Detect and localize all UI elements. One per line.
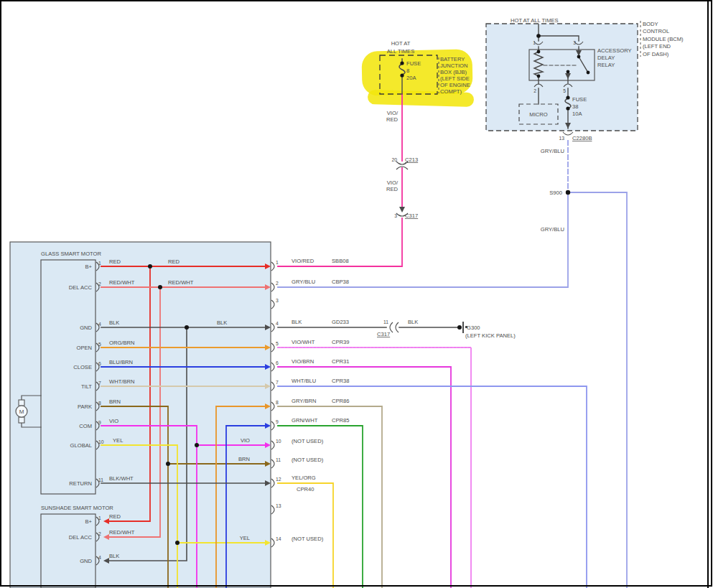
bcm-hot-label: HOT AT ALL TIMES — [511, 17, 559, 24]
inline-c317-label: C317 — [377, 331, 390, 337]
conn-not-used-14: (NOT USED) — [292, 536, 324, 542]
splice-dot-yel — [175, 541, 180, 545]
sunshade-wire-red-wht: RED/WHT — [109, 529, 135, 536]
bjb-label-line2: JUNCTION — [440, 62, 467, 69]
fuse-8-dot-top — [400, 61, 404, 65]
conn-not-used-11: (NOT USED) — [292, 457, 324, 463]
ground-g300-label: G300 — [467, 325, 480, 331]
relay-pin-3: 3 — [573, 40, 576, 45]
bcm-label-line5: OF DASH) — [643, 51, 669, 57]
motor-terminal-top — [19, 400, 24, 406]
glass-wire-blk-2: BLK — [217, 319, 227, 326]
glass-wire-blu-brn: BLU/BRN — [109, 359, 133, 365]
fuse-38-label: FUSE — [572, 96, 587, 103]
bcm-label-line4: (LEFT END — [643, 43, 671, 50]
conn-pin-6: 6 — [276, 360, 279, 365]
conn-pin-8: 8 — [276, 400, 279, 405]
glass-wire-brn: BRN — [109, 398, 121, 405]
glass-pin-name-global: GLOBAL — [70, 442, 92, 449]
conn-pin-4: 4 — [276, 321, 279, 326]
conn-not-used-10: (NOT USED) — [292, 438, 324, 444]
relay-label-line3: RELAY — [597, 62, 615, 68]
bjb-label-line1: BATTERY — [440, 56, 465, 62]
conn-color-9: GRN/WHT — [292, 417, 318, 424]
conn-color-5: VIO/WHT — [292, 339, 315, 345]
c317-label: C317 — [405, 213, 418, 219]
conn-pin-11: 11 — [276, 457, 281, 462]
conn-code-6: CPR31 — [332, 358, 349, 365]
conn-pin-3: 3 — [276, 298, 279, 303]
glass-pin-num-7: 7 — [98, 381, 101, 386]
conn-color-7: WHT/BLU — [292, 378, 316, 384]
fuse-38-amps: 10A — [572, 111, 582, 117]
conn-pin-13: 13 — [276, 503, 281, 508]
ground-g300-dot — [457, 325, 462, 330]
conn-pin-2: 2 — [276, 281, 279, 286]
glass-pin-name-park: PARK — [78, 403, 92, 410]
glass-wire-org-brn: ORG/BRN — [109, 340, 134, 346]
splice-dot-brn — [166, 462, 170, 466]
conn-color-6: VIO/BRN — [292, 358, 314, 365]
glass-pin-name-return: RETURN — [69, 480, 92, 487]
splice-s900 — [566, 190, 570, 195]
glass-pin-name-tilt: TILT — [81, 383, 92, 390]
bjb-label-line5: OF ENGINE — [440, 82, 470, 88]
glass-wire-red-2: RED — [168, 258, 180, 265]
glass-wire-red-wht-2: RED/WHT — [168, 279, 194, 286]
conn-pin-9: 9 — [276, 419, 279, 424]
bcm-label-line3: MODULE (BCM) — [643, 36, 684, 42]
relay-coil-dot-top — [537, 50, 541, 54]
conn-color-1: VIO/RED — [292, 258, 314, 264]
wiring-diagram-svg: M — [0, 0, 713, 588]
glass-pin-num-11: 11 — [98, 477, 103, 482]
c2280b-pin: 13 — [559, 136, 564, 141]
s900-label: S900 — [549, 190, 562, 196]
conn-code-5: CPR39 — [332, 339, 349, 345]
conn-color-2: GRY/BLU — [292, 279, 315, 285]
glass-smart-motor-box — [10, 242, 271, 588]
relay-label-line2: DELAY — [597, 55, 615, 61]
fuse-8-dot-bottom — [400, 73, 404, 77]
glass-wire-blk: BLK — [109, 319, 119, 326]
glass-pin-name-gnd: GND — [80, 325, 92, 331]
glass-wire-vio: VIO — [109, 418, 118, 424]
relay-pin-2: 2 — [533, 88, 536, 93]
conn-code-1: SBB08 — [332, 258, 349, 264]
conn-color-12: YEL/ORG — [292, 475, 316, 481]
ground-g300-location: (LEFT KICK PANEL) — [465, 332, 516, 339]
bjb-label-line3: BOX (BJB) — [440, 69, 467, 75]
branch-label-vio: VIO — [241, 437, 250, 444]
glass-wire-red-wht: RED/WHT — [109, 279, 135, 286]
bcm-label-line1: BODY — [643, 21, 658, 27]
sunshade-wire-red: RED — [109, 513, 121, 520]
conn-color-8: GRY/BRN — [292, 398, 316, 404]
conn-pin-1: 1 — [276, 260, 279, 265]
vio-red-label-lower-2: RED — [386, 186, 399, 192]
motor-terminal-bottom — [19, 417, 24, 423]
relay-coil-dot-bottom — [537, 75, 541, 78]
glass-wire-yel: YEL — [113, 437, 123, 444]
conn-pin-7: 7 — [276, 380, 279, 385]
micro-label: MICRO — [529, 111, 547, 118]
splice-dot-blk — [185, 325, 189, 330]
relay-label-line1: ACCESSORY — [597, 47, 632, 54]
c213-label: C213 — [405, 157, 418, 163]
branch-label-brn: BRN — [238, 456, 250, 462]
conn-pin-12: 12 — [276, 477, 281, 482]
conn-pin-14: 14 — [276, 536, 281, 541]
conn-code-9: CPR85 — [332, 417, 349, 424]
splice-dot-red — [148, 264, 152, 269]
vio-red-label-lower-1: VIO/ — [387, 179, 399, 186]
glass-pin-name-open: OPEN — [76, 345, 92, 351]
fuse-8-label: FUSE — [406, 60, 421, 67]
conn-code-8: CPR86 — [332, 398, 349, 404]
relay-pin5-dot — [567, 70, 570, 74]
glass-motor-title: GLASS SMART MOTOR — [41, 251, 101, 257]
vio-red-label-upper-1: VIO/ — [387, 110, 399, 116]
fuse-8-amps: 20A — [406, 75, 416, 81]
sunshade-pin-name-bplus: B+ — [85, 518, 93, 525]
conn-code-7: CPR38 — [332, 378, 349, 384]
hot-at-label: HOT AT — [391, 40, 411, 47]
glass-pin-num-9: 9 — [98, 420, 101, 425]
sunshade-wire-blk: BLK — [109, 553, 119, 559]
